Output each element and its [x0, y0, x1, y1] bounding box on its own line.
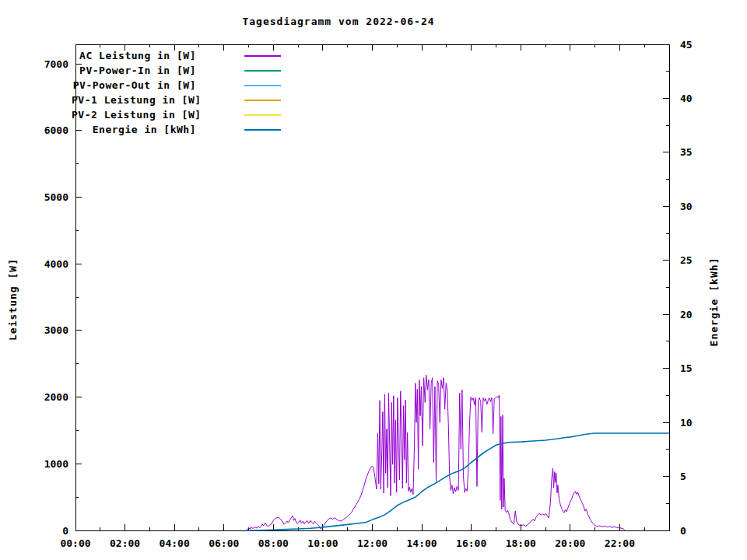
svg-text:30: 30 — [680, 201, 693, 212]
legend-line-swatch — [244, 85, 281, 86]
svg-text:6000: 6000 — [44, 124, 68, 136]
svg-text:0: 0 — [62, 525, 68, 537]
legend-item-ac-leistung: AC Leistung in [W] — [72, 48, 281, 63]
legend-line-swatch — [244, 129, 281, 131]
svg-text:25: 25 — [680, 254, 693, 266]
chart-canvas: Tagesdiagramm vom 2022-06-24 Leistung [W… — [0, 0, 747, 560]
svg-text:5000: 5000 — [44, 191, 68, 203]
svg-text:10:00: 10:00 — [307, 537, 338, 549]
series-line-energie-in-kwh- — [246, 433, 669, 530]
svg-text:18:00: 18:00 — [506, 537, 536, 549]
legend-line-swatch — [244, 55, 281, 57]
legend-item-energie: Energie in [kWh] — [72, 122, 281, 137]
legend-line-swatch — [244, 114, 281, 116]
svg-text:35: 35 — [680, 146, 693, 158]
svg-text:2000: 2000 — [44, 391, 68, 403]
svg-text:10: 10 — [680, 417, 693, 429]
legend-label: Energie in [kWh] — [72, 124, 196, 135]
svg-text:12:00: 12:00 — [357, 537, 388, 549]
svg-text:5: 5 — [680, 471, 686, 482]
svg-text:16:00: 16:00 — [456, 537, 486, 549]
legend-label: PV-Power-Out in [W] — [72, 79, 196, 91]
svg-text:04:00: 04:00 — [160, 537, 190, 549]
svg-text:14:00: 14:00 — [407, 537, 437, 549]
svg-text:45: 45 — [680, 39, 693, 51]
legend-label: AC Leistung in [W] — [72, 50, 196, 61]
legend-item-pv-power-out: PV-Power-Out in [W] — [72, 78, 281, 93]
legend: AC Leistung in [W] PV-Power-In in [W] PV… — [72, 48, 281, 137]
legend-line-swatch — [244, 70, 281, 72]
svg-text:15: 15 — [680, 362, 693, 374]
svg-text:00:00: 00:00 — [60, 537, 90, 549]
svg-text:20:00: 20:00 — [555, 537, 585, 549]
series-line-ac-leistung-in-w- — [247, 375, 625, 530]
legend-label: PV-Power-In in [W] — [72, 65, 196, 76]
svg-text:3000: 3000 — [44, 324, 68, 336]
svg-text:40: 40 — [680, 93, 693, 104]
legend-item-pv2-leistung: PV-2 Leistung in [W] — [72, 107, 281, 122]
svg-text:08:00: 08:00 — [258, 537, 289, 549]
legend-label: PV-2 Leistung in [W] — [72, 109, 196, 121]
svg-text:7000: 7000 — [44, 58, 68, 70]
svg-text:06:00: 06:00 — [209, 537, 239, 549]
legend-line-swatch — [244, 100, 281, 101]
legend-item-pv1-leistung: PV-1 Leistung in [W] — [72, 93, 281, 107]
legend-label: PV-1 Leistung in [W] — [72, 94, 196, 106]
svg-text:4000: 4000 — [44, 258, 68, 270]
svg-text:02:00: 02:00 — [110, 537, 140, 549]
svg-text:22:00: 22:00 — [605, 537, 635, 549]
svg-text:0: 0 — [680, 525, 686, 537]
svg-text:20: 20 — [680, 309, 693, 320]
legend-item-pv-power-in: PV-Power-In in [W] — [72, 63, 281, 78]
svg-text:1000: 1000 — [44, 458, 68, 470]
